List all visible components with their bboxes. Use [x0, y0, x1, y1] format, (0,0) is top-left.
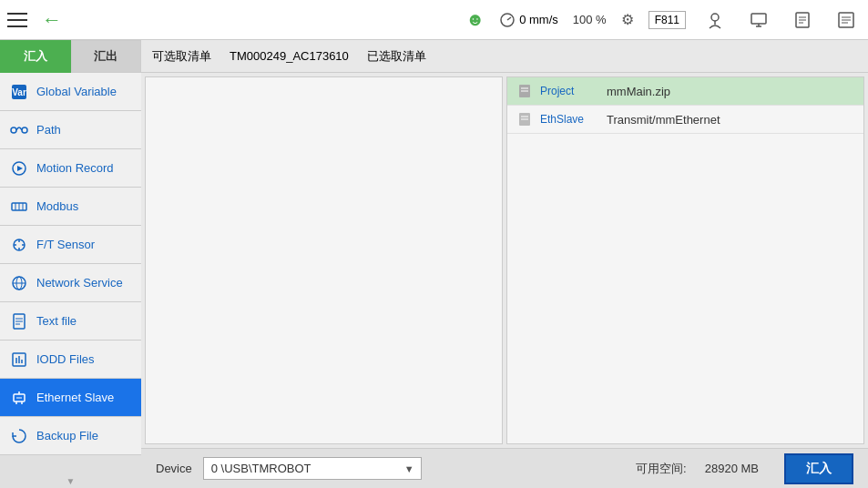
speed-value: 0 mm/s [519, 13, 558, 26]
ethslave-file-icon [516, 111, 533, 127]
sidebar-label-text-file: Text file [36, 314, 77, 328]
sidebar-label-ethernet-slave: Ethernet Slave [36, 391, 114, 404]
sidebar-item-text-file[interactable]: Text file [0, 302, 141, 341]
sidebar-item-network-service[interactable]: Network Service [0, 264, 141, 302]
svg-point-2 [711, 14, 719, 21]
file-name-ethslave: Transmit/mmEthernet [607, 113, 720, 127]
menu-icon[interactable] [7, 7, 33, 33]
modbus-icon [9, 197, 29, 217]
import-button[interactable]: 汇入 [784, 453, 853, 484]
space-label: 可用空间: [636, 461, 687, 477]
content-topbar: 可选取清单 TM000249_AC173610 已选取清单 [141, 40, 868, 73]
main-container: 汇入 汇出 Var Global Variable Path [0, 40, 868, 488]
content-area: 可选取清单 TM000249_AC173610 已选取清单 Project mm… [141, 40, 868, 488]
svg-marker-20 [17, 166, 23, 171]
robot-icon[interactable] [700, 5, 730, 35]
monitor-icon[interactable] [744, 5, 773, 35]
sidebar-items: Var Global Variable Path Motion Record [0, 73, 141, 474]
svg-text:Var: Var [12, 87, 26, 97]
speed-icon [499, 12, 516, 28]
sidebar-label-modbus: Modbus [36, 199, 78, 213]
sidebar-item-iodd-files[interactable]: IODD Files [0, 341, 141, 379]
sidebar-label-ft-sensor: F/T Sensor [36, 238, 95, 251]
f-badge: F811 [648, 11, 686, 29]
header-status: ☻ 0 mm/s 100 % ⚙ F811 [465, 5, 861, 35]
sidebar-label-motion-record: Motion Record [36, 161, 114, 175]
device-select[interactable]: 0 \USB\TMROBOT [203, 457, 422, 480]
file-row-project[interactable]: Project mmMain.zip [507, 77, 863, 106]
info-icon[interactable] [788, 5, 817, 35]
sidebar-item-modbus[interactable]: Modbus [0, 188, 141, 226]
device-label: Device [156, 462, 192, 475]
person-icon: ☻ [465, 9, 485, 30]
motion-icon [9, 158, 29, 178]
space-value: 28920 MB [705, 462, 759, 475]
list-icon[interactable] [832, 5, 861, 35]
sidebar-item-path[interactable]: Path [0, 111, 141, 149]
bottom-bar: Device 0 \USB\TMROBOT ▼ 可用空间: 28920 MB 汇… [141, 448, 868, 488]
sidebar-label-path: Path [36, 123, 61, 137]
device-id-label: TM000249_AC173610 [230, 49, 349, 63]
device-select-wrap[interactable]: 0 \USB\TMROBOT ▼ [203, 457, 422, 480]
svg-rect-4 [751, 14, 766, 24]
sidebar: 汇入 汇出 Var Global Variable Path [0, 40, 141, 488]
sensor-icon [9, 235, 29, 255]
ethernet-icon [9, 388, 29, 408]
sidebar-tabs: 汇入 汇出 [0, 40, 141, 73]
sidebar-label-backup-file: Backup File [36, 429, 98, 442]
svg-line-1 [507, 17, 511, 20]
sidebar-item-ethernet-slave[interactable]: Ethernet Slave [0, 379, 141, 417]
sidebar-label-iodd-files: IODD Files [36, 352, 95, 366]
selectable-label: 可选取清单 [152, 48, 211, 65]
sidebar-item-global-variable[interactable]: Var Global Variable [0, 73, 141, 111]
svg-point-17 [11, 127, 16, 133]
network-icon [9, 273, 29, 293]
speed-display: 0 mm/s [499, 12, 558, 28]
selected-label: 已选取清单 [367, 48, 426, 65]
left-panel [145, 76, 503, 444]
back-button[interactable]: ← [42, 8, 62, 32]
sidebar-item-ft-sensor[interactable]: F/T Sensor [0, 226, 141, 264]
header: ← ☻ 0 mm/s 100 % ⚙ F811 [0, 0, 868, 40]
file-category-ethslave: EthSlave [540, 113, 599, 126]
file-row-ethslave[interactable]: EthSlave Transmit/mmEthernet [507, 106, 863, 134]
project-file-icon [516, 83, 533, 99]
sidebar-item-motion-record[interactable]: Motion Record [0, 149, 141, 188]
var-icon: Var [9, 82, 29, 102]
gear-icon[interactable]: ⚙ [621, 11, 634, 28]
iodd-icon [9, 350, 29, 370]
backup-icon [9, 426, 29, 446]
right-panel: Project mmMain.zip EthSlave Transmit/mmE… [506, 76, 864, 444]
percent-value: 100 % [573, 13, 607, 26]
scroll-down-indicator: ▼ [0, 474, 141, 488]
svg-point-18 [22, 127, 27, 133]
textfile-icon [9, 311, 29, 331]
tab-import[interactable]: 汇入 [0, 40, 71, 73]
sidebar-item-backup-file[interactable]: Backup File [0, 417, 141, 455]
sidebar-label-network-service: Network Service [36, 276, 123, 290]
file-name-project: mmMain.zip [607, 85, 670, 98]
tab-export[interactable]: 汇出 [71, 40, 142, 73]
path-icon [9, 120, 29, 140]
panels-row: Project mmMain.zip EthSlave Transmit/mmE… [141, 73, 868, 448]
file-category-project: Project [540, 85, 599, 97]
sidebar-label-global-variable: Global Variable [36, 85, 117, 98]
